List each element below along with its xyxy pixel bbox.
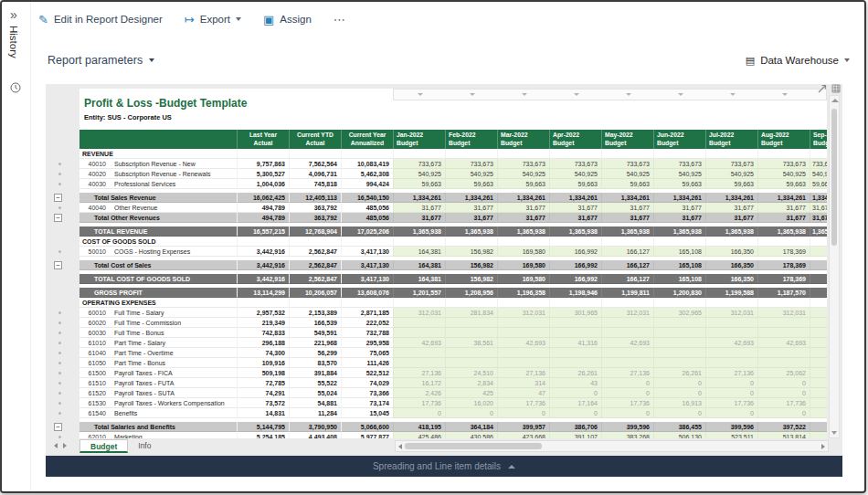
assign-button[interactable]: ▣ Assign [263,14,312,26]
budget-cell[interactable]: 506,130 [653,432,705,438]
budget-cell[interactable]: 59,663 [393,179,445,189]
budget-cell[interactable]: 0 [653,408,705,418]
budget-cell[interactable]: 0 [705,408,757,418]
budget-cell[interactable] [810,328,827,338]
column-filter-dropdown[interactable] [394,90,446,100]
budget-cell[interactable]: 47 [497,388,549,398]
budget-cell[interactable]: 0 [601,388,653,398]
budget-cell[interactable] [393,328,445,338]
budget-cell[interactable]: 2,426 [393,388,445,398]
budget-cell[interactable]: 540,925 [393,169,445,179]
budget-cell[interactable]: 31,677 [810,203,827,213]
budget-cell[interactable]: 540,925 [549,169,601,179]
budget-cell[interactable]: 26,261 [653,368,705,378]
export-button[interactable]: ↦ Export [185,14,241,26]
budget-cell[interactable]: 314 [497,378,549,388]
budget-cell[interactable]: 0 [393,408,445,418]
grid-view-icon[interactable] [831,84,841,93]
budget-cell[interactable]: 166,350 [705,247,757,257]
budget-cell[interactable]: 281,834 [445,308,497,318]
data-source-dropdown[interactable]: ▤ Data Warehouse [746,55,850,66]
budget-cell[interactable] [549,358,601,368]
budget-cell[interactable] [810,358,827,368]
budget-cell[interactable]: 0 [497,408,549,418]
budget-cell[interactable]: 733,673 [497,159,549,169]
collapse-outline-button[interactable]: − [54,261,62,269]
budget-cell[interactable]: 26,261 [549,368,601,378]
budget-cell[interactable] [810,247,827,257]
budget-cell[interactable] [757,348,810,358]
budget-cell[interactable]: 27,136 [393,368,445,378]
budget-cell[interactable]: 31,677 [705,203,757,213]
budget-cell[interactable]: 540,925 [601,169,653,179]
budget-cell[interactable]: 540,925 [810,169,827,179]
budget-cell[interactable] [653,338,705,348]
budget-cell[interactable]: 312,031 [393,308,445,318]
budget-cell[interactable]: 0 [653,378,705,388]
budget-cell[interactable] [705,328,757,338]
budget-cell[interactable]: 540,925 [757,169,810,179]
collapse-outline-button[interactable]: − [54,423,62,431]
budget-cell[interactable]: 59,663 [601,179,653,189]
budget-cell[interactable]: 540,925 [705,169,757,179]
budget-cell[interactable]: 31,677 [653,203,705,213]
collapse-outline-button[interactable]: − [54,194,62,202]
budget-cell[interactable] [810,368,827,378]
budget-cell[interactable]: 59,663 [810,179,827,189]
budget-cell[interactable]: 17,736 [757,398,810,408]
budget-cell[interactable]: 733,673 [810,159,827,169]
budget-cell[interactable]: 733,673 [549,159,601,169]
budget-cell[interactable]: 43 [549,378,601,388]
budget-cell[interactable]: 425 [445,388,497,398]
budget-cell[interactable]: 27,136 [497,368,549,378]
budget-cell[interactable] [757,328,810,338]
budget-cell[interactable]: 31,677 [445,203,497,213]
budget-cell[interactable]: 733,673 [705,159,757,169]
budget-cell[interactable]: 302,965 [653,308,705,318]
budget-cell[interactable]: 42,693 [393,338,445,348]
budget-cell[interactable]: 164,381 [393,247,445,257]
budget-cell[interactable] [653,358,705,368]
budget-cell[interactable] [653,318,705,328]
budget-cell[interactable]: 27,136 [601,368,653,378]
budget-cell[interactable] [445,318,497,328]
budget-cell[interactable]: 0 [653,388,705,398]
budget-cell[interactable]: 27,136 [705,368,757,378]
budget-cell[interactable]: 312,031 [497,308,549,318]
budget-cell[interactable] [601,328,653,338]
budget-cell[interactable]: 178,369 [757,247,810,257]
vertical-scrollbar-thumb[interactable] [831,109,837,246]
budget-cell[interactable] [393,318,445,328]
budget-cell[interactable]: 42,693 [757,338,810,348]
budget-cell[interactable]: 733,673 [653,159,705,169]
budget-cell[interactable]: 59,663 [705,179,757,189]
column-filter-dropdown[interactable] [498,90,550,100]
budget-cell[interactable]: 166,127 [601,247,653,257]
budget-cell[interactable] [601,348,653,358]
budget-cell[interactable] [705,318,757,328]
budget-cell[interactable] [445,358,497,368]
expand-panel-icon[interactable]: » [10,7,17,22]
budget-cell[interactable] [810,348,827,358]
budget-cell[interactable] [810,388,827,398]
budget-cell[interactable] [810,432,827,438]
spreading-panel-toggle[interactable]: Spreading and Line item details [46,456,842,477]
budget-cell[interactable]: 59,663 [497,179,549,189]
scroll-right-icon[interactable] [821,444,825,449]
budget-cell[interactable]: 24,510 [445,368,497,378]
budget-cell[interactable]: 25,062 [757,368,810,378]
budget-cell[interactable]: 59,663 [445,179,497,189]
budget-cell[interactable]: 0 [757,388,810,398]
budget-cell[interactable]: 17,736 [705,398,757,408]
budget-cell[interactable]: 165,108 [653,247,705,257]
column-filter-dropdown[interactable] [758,90,810,100]
tab-budget[interactable]: Budget [79,439,128,453]
horizontal-scrollbar[interactable] [395,440,829,452]
scroll-down-icon[interactable] [831,431,837,435]
budget-cell[interactable]: 42,693 [601,338,653,348]
column-filter-dropdown[interactable] [654,90,706,100]
budget-cell[interactable]: 733,673 [601,159,653,169]
budget-cell[interactable]: 38,561 [445,338,497,348]
budget-cell[interactable]: 166,992 [549,247,601,257]
vertical-scrollbar[interactable] [829,95,840,438]
